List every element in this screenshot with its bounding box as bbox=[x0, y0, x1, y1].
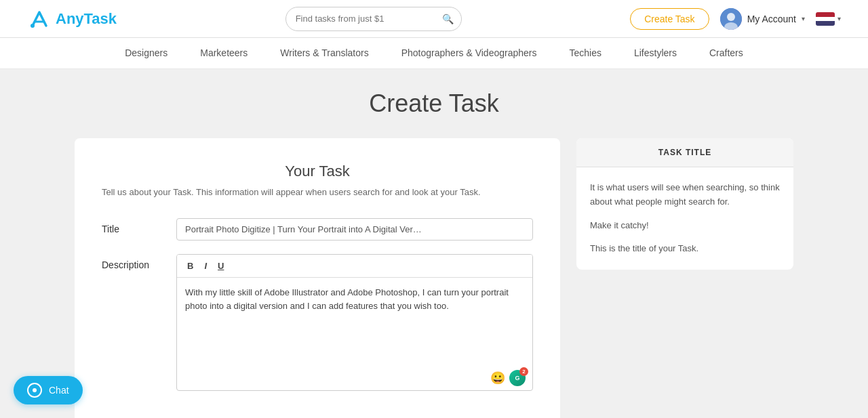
sidebar-text-1: It is what users will see when searching… bbox=[590, 181, 780, 209]
logo-icon bbox=[27, 7, 52, 31]
description-text[interactable]: With my little skill of Adobe Illustrato… bbox=[177, 278, 532, 366]
header-right: Create Task My Account ▾ ▾ bbox=[630, 8, 841, 30]
sidebar-text-3: This is the title of your Task. bbox=[590, 242, 780, 256]
form-card-title: Your Task bbox=[102, 163, 533, 180]
search-input[interactable] bbox=[286, 14, 435, 24]
logo-text: AnyTask bbox=[56, 10, 117, 28]
title-row: Title bbox=[102, 218, 533, 241]
italic-button[interactable]: I bbox=[199, 259, 212, 273]
page-title: Create Task bbox=[75, 89, 793, 118]
flag-icon bbox=[816, 12, 835, 26]
underline-button[interactable]: U bbox=[213, 259, 229, 273]
search-button[interactable]: 🔍 bbox=[435, 14, 460, 24]
content-layout: Your Task Tell us about your Task. This … bbox=[75, 138, 793, 418]
avatar bbox=[720, 8, 742, 30]
sidebar-text-2: Make it catchy! bbox=[590, 219, 780, 233]
create-task-button[interactable]: Create Task bbox=[630, 8, 709, 30]
sidebar-card-header: TASK TITLE bbox=[576, 138, 793, 167]
my-account[interactable]: My Account ▾ bbox=[720, 8, 805, 30]
flag-chevron-icon: ▾ bbox=[837, 15, 841, 22]
grammarly-button[interactable]: G 2 bbox=[509, 370, 526, 386]
chat-label: Chat bbox=[49, 385, 69, 396]
nav-item-techies[interactable]: Techies bbox=[566, 38, 604, 68]
chevron-down-icon: ▾ bbox=[802, 15, 805, 22]
chat-icon bbox=[27, 383, 42, 398]
language-selector[interactable]: ▾ bbox=[816, 12, 841, 26]
header: AnyTask 🔍 Create Task My Account ▾ ▾ bbox=[0, 0, 868, 38]
title-field bbox=[176, 218, 533, 241]
description-row: Description B I U With my little skill o… bbox=[102, 254, 533, 391]
description-label: Description bbox=[102, 254, 163, 270]
form-card-description: Tell us about your Task. This informatio… bbox=[102, 186, 533, 199]
nav-item-writers[interactable]: Writers & Translators bbox=[277, 38, 371, 68]
nav-item-crafters[interactable]: Crafters bbox=[707, 38, 746, 68]
description-editor: B I U With my little skill of Adobe Illu… bbox=[176, 254, 533, 391]
grammarly-badge: 2 bbox=[519, 367, 528, 376]
svg-point-0 bbox=[31, 24, 35, 28]
chat-dot bbox=[33, 388, 37, 392]
sidebar-card: TASK TITLE It is what users will see whe… bbox=[576, 138, 793, 270]
editor-toolbar: B I U bbox=[177, 255, 532, 278]
description-field: B I U With my little skill of Adobe Illu… bbox=[176, 254, 533, 391]
main-nav: Designers Marketeers Writers & Translato… bbox=[0, 38, 868, 69]
main-content: Create Task Your Task Tell us about your… bbox=[61, 69, 807, 418]
bold-button[interactable]: B bbox=[182, 259, 198, 273]
chat-widget[interactable]: Chat bbox=[14, 376, 83, 404]
sidebar-card-body: It is what users will see when searching… bbox=[576, 167, 793, 270]
form-card: Your Task Tell us about your Task. This … bbox=[75, 138, 560, 418]
editor-footer: 😀 G 2 bbox=[177, 366, 532, 390]
title-label: Title bbox=[102, 218, 163, 234]
nav-item-designers[interactable]: Designers bbox=[122, 38, 170, 68]
my-account-label: My Account bbox=[747, 14, 796, 24]
nav-item-lifestylers[interactable]: Lifestylers bbox=[631, 38, 679, 68]
nav-item-marketeers[interactable]: Marketeers bbox=[197, 38, 250, 68]
search-bar: 🔍 bbox=[285, 7, 462, 31]
logo[interactable]: AnyTask bbox=[27, 7, 117, 31]
emoji-button[interactable]: 😀 bbox=[490, 371, 505, 385]
title-input[interactable] bbox=[176, 218, 533, 241]
nav-item-photographers[interactable]: Photographers & Videographers bbox=[399, 38, 540, 68]
svg-point-2 bbox=[727, 13, 735, 21]
